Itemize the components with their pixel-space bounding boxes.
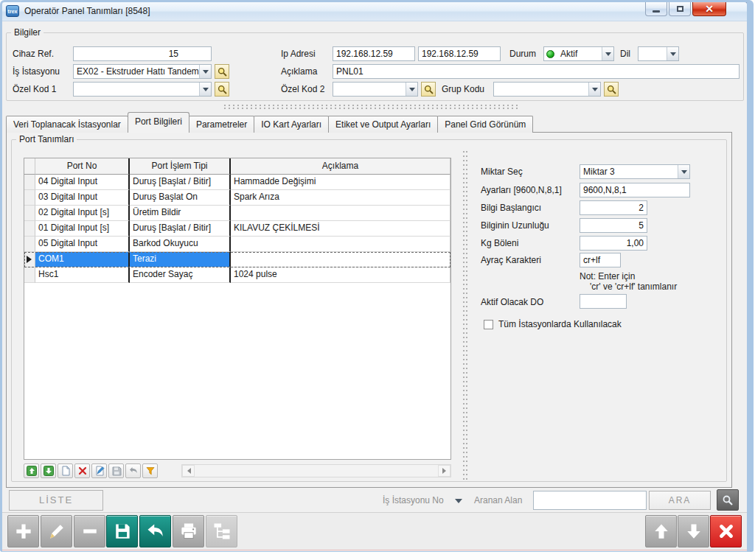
ip-adresi-field-1[interactable]	[333, 46, 415, 61]
chevron-down-icon[interactable]	[602, 47, 613, 60]
chevron-down-icon[interactable]	[406, 83, 417, 96]
cell-port-no[interactable]: 04 Digital Input	[35, 175, 130, 190]
cell-aciklama[interactable]	[231, 252, 450, 267]
maximize-button[interactable]	[669, 2, 691, 16]
plus-icon	[13, 521, 34, 542]
exit-button[interactable]	[710, 515, 742, 547]
liste-button[interactable]: LİSTE	[9, 490, 103, 511]
miktar-sec-select[interactable]: Miktar 3	[580, 164, 690, 179]
table-row[interactable]: Hsc1 Encoder Sayaç 1024 pulse	[24, 267, 450, 283]
titlebar[interactable]: trex Operatör Panel Tanımları [8548] ✕	[2, 2, 747, 21]
bilgi-baslangici-field[interactable]	[580, 200, 647, 215]
table-row[interactable]: 05 Digital Input Barkod Okuyucu	[24, 237, 450, 252]
cell-aciklama[interactable]	[231, 206, 450, 221]
kg-boleni-field[interactable]	[580, 236, 647, 251]
header-port-islem-tipi[interactable]: Port İşlem Tipi	[130, 158, 231, 175]
horizontal-splitter[interactable]	[223, 104, 518, 110]
move-down-button[interactable]	[678, 515, 709, 547]
cell-islem-tipi[interactable]: Duruş [Başlat / Bitir]	[130, 175, 231, 190]
scroll-left-button[interactable]	[182, 465, 195, 477]
add-button[interactable]	[7, 515, 39, 547]
ozel-kod1-lookup-button[interactable]	[215, 82, 229, 97]
bilginin-uzunlugu-field[interactable]	[580, 218, 647, 233]
tab-io-kart-ayarlari[interactable]: IO Kart Ayarları	[254, 116, 329, 133]
vertical-splitter[interactable]	[462, 150, 468, 482]
cell-islem-tipi[interactable]: Üretim Bildir	[130, 206, 231, 221]
grid-undo-button[interactable]	[125, 463, 141, 478]
cell-islem-tipi[interactable]: Barkod Okuyucu	[130, 237, 231, 252]
grid-save-button[interactable]	[108, 463, 124, 478]
ayrac-karakteri-field[interactable]	[580, 253, 621, 267]
header-aciklama[interactable]: Açıklama	[231, 158, 450, 175]
aktif-olacak-do-field[interactable]	[580, 294, 627, 309]
close-button[interactable]: ✕	[692, 2, 726, 16]
cell-islem-tipi[interactable]: Encoder Sayaç	[130, 267, 231, 283]
table-row-selected[interactable]: COM1 Terazi	[24, 252, 450, 267]
chevron-down-icon[interactable]	[199, 83, 211, 96]
cell-islem-tipi[interactable]: Duruş Başlat On	[130, 190, 231, 206]
cell-islem-tipi[interactable]: Terazi	[130, 252, 231, 267]
grid-move-up-button[interactable]	[24, 463, 39, 478]
cell-port-no[interactable]: Hsc1	[35, 267, 130, 283]
ozel-kod2-lookup-button[interactable]	[421, 82, 436, 97]
chevron-down-icon[interactable]	[588, 83, 600, 96]
undo-button[interactable]	[139, 515, 171, 547]
ara-button[interactable]: ARA	[649, 491, 711, 510]
search-field-selector[interactable]: İş İstasyonu No	[383, 493, 444, 508]
tab-parametreler[interactable]: Parametreler	[189, 116, 254, 133]
table-row[interactable]: 02 Digital Input [s] Üretim Bildir	[24, 206, 450, 221]
cell-aciklama[interactable]	[231, 237, 450, 252]
is-istasyonu-lookup-button[interactable]	[215, 64, 229, 79]
tab-etiket-ve-output-ayarlari[interactable]: Etiket ve Output Ayarları	[328, 116, 438, 133]
cell-aciklama[interactable]: KILAVUZ ÇEKİLMESİ	[231, 221, 450, 237]
table-row[interactable]: 03 Digital Input Duruş Başlat On Spark A…	[24, 190, 450, 206]
cell-aciklama[interactable]: Spark Arıza	[231, 190, 450, 206]
dil-select[interactable]	[638, 46, 679, 61]
grup-kodu-select[interactable]	[493, 82, 601, 97]
advanced-search-button[interactable]	[717, 489, 739, 511]
cell-port-no[interactable]: COM1	[35, 252, 130, 267]
chevron-down-icon[interactable]	[455, 499, 462, 507]
cell-port-no[interactable]: 03 Digital Input	[35, 190, 130, 206]
cell-aciklama[interactable]: 1024 pulse	[231, 267, 450, 283]
tum-istasyonlarda-checkbox[interactable]	[484, 320, 493, 329]
scroll-right-button[interactable]	[438, 465, 450, 477]
tab-port-bilgileri[interactable]: Port Bilgileri	[128, 112, 189, 133]
ip-adresi-field-2[interactable]	[418, 46, 501, 61]
chevron-down-icon[interactable]	[199, 65, 211, 78]
cell-islem-tipi[interactable]: Duruş [Başlat / Bitir]	[130, 221, 231, 237]
minimize-button[interactable]	[645, 2, 667, 16]
search-input[interactable]	[533, 491, 647, 510]
grid-edit-button[interactable]	[91, 463, 107, 478]
cell-port-no[interactable]: 05 Digital Input	[35, 237, 130, 252]
edit-button[interactable]	[41, 515, 72, 547]
cell-port-no[interactable]: 02 Digital Input [s]	[35, 206, 130, 221]
ayarlari-field[interactable]	[580, 183, 690, 197]
print-button[interactable]	[173, 515, 204, 547]
grid-horizontal-scrollbar[interactable]	[181, 464, 451, 477]
tree-view-button[interactable]	[206, 515, 237, 547]
table-row[interactable]: 04 Digital Input Duruş [Başlat / Bitir] …	[24, 175, 450, 190]
grup-kodu-lookup-button[interactable]	[604, 82, 619, 97]
grid-move-down-button[interactable]	[41, 463, 56, 478]
save-button[interactable]	[106, 515, 138, 547]
cell-aciklama[interactable]: Hammadde Değişimi	[231, 175, 450, 190]
durum-select[interactable]: Aktif	[543, 46, 614, 61]
chevron-down-icon[interactable]	[667, 47, 678, 60]
cihaz-ref-field[interactable]	[73, 46, 212, 61]
remove-button[interactable]	[74, 515, 105, 547]
tab-panel-grid-gorunum[interactable]: Panel Grid Görünüm	[437, 116, 533, 133]
ozel-kod2-select[interactable]	[333, 82, 418, 97]
grid-delete-button[interactable]	[74, 463, 90, 478]
ozel-kod1-select[interactable]	[73, 82, 212, 97]
cell-port-no[interactable]: 01 Digital Input [s]	[35, 221, 130, 237]
chevron-down-icon[interactable]	[678, 165, 689, 178]
aciklama-field[interactable]	[333, 64, 740, 79]
header-port-no[interactable]: Port No	[35, 158, 130, 175]
tab-veri-toplanacak-istasyonlar[interactable]: Veri Toplanacak İstasyonlar	[6, 116, 128, 133]
grid-new-button[interactable]	[58, 463, 73, 478]
is-istasyonu-select[interactable]: EX02 - Ekstruder Hattı Tandem	[73, 64, 212, 79]
grid-filter-button[interactable]	[142, 463, 158, 478]
move-up-button[interactable]	[645, 515, 677, 547]
table-row[interactable]: 01 Digital Input [s] Duruş [Başlat / Bit…	[24, 221, 450, 237]
